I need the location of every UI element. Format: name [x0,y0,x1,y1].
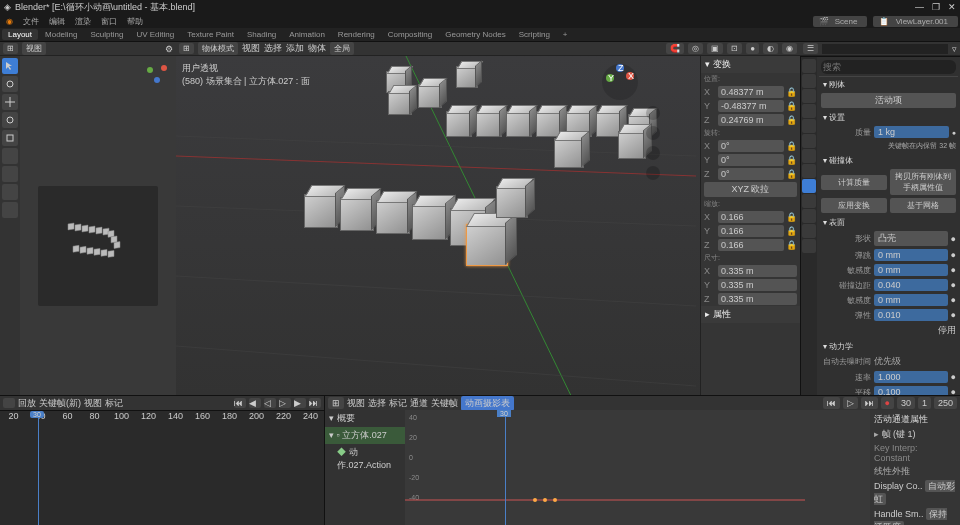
overlay-icon[interactable]: ◎ [688,43,703,54]
xray-icon[interactable]: ▣ [707,43,723,54]
g-select[interactable]: 选择 [368,397,386,410]
tab-rendering[interactable]: Rendering [332,29,381,40]
menu-help[interactable]: 帮助 [123,16,147,27]
menu-edit[interactable]: 编辑 [45,16,69,27]
ptab-material[interactable] [802,224,816,238]
ptab-scene[interactable] [802,104,816,118]
persp-icon[interactable] [646,166,660,180]
orientation[interactable]: 全局 [330,42,354,55]
mode-selector[interactable]: 物体模式 [198,42,238,55]
shade-render-icon[interactable]: ◉ [782,43,797,54]
next-key-icon[interactable]: ▶ [294,398,306,408]
graph-playhead[interactable]: 30 [505,410,506,525]
g-marker[interactable]: 标记 [389,397,407,410]
rb-type[interactable]: 活动项 [821,93,956,108]
mass-field[interactable]: 1 kg [874,126,949,138]
tool-move[interactable] [2,94,18,110]
channel-summary[interactable]: ▾ 概要 [325,410,405,427]
ptab-particles[interactable] [802,164,816,178]
view-menu-preview[interactable]: 视图 [22,42,46,55]
tl-view[interactable]: 视图 [84,397,102,410]
camera-icon[interactable] [646,146,660,160]
preview-opt-icon[interactable]: ⚙ [165,44,173,54]
play-rev-icon[interactable]: ◁ [264,398,276,408]
tool-annotate[interactable] [2,166,18,182]
loc-x[interactable]: 0.48377 m [718,86,784,98]
tool-transform[interactable] [2,148,18,164]
shade-solid-icon[interactable]: ● [746,43,759,54]
tab-compositing[interactable]: Compositing [382,29,438,40]
rot-y[interactable]: 0° [718,154,784,166]
timeline-editor-icon[interactable] [3,398,15,408]
play-icon[interactable]: ▷ [279,398,291,408]
rot-mode[interactable]: XYZ 欧拉 [704,182,797,197]
margin-field[interactable]: 0.040 [874,279,948,291]
tool-cursor[interactable] [2,76,18,92]
g-play[interactable]: ▷ [843,397,858,409]
ptab-output[interactable] [802,74,816,88]
rot-z[interactable]: 0° [718,168,784,180]
ptab-render[interactable] [802,59,816,73]
shade-wire-icon[interactable]: ⊡ [727,43,742,54]
scale-y[interactable]: 0.166 [718,225,784,237]
tl-keying[interactable]: 关键帧(新) [39,397,81,410]
ptab-data[interactable] [802,209,816,223]
menu-window[interactable]: 窗口 [97,16,121,27]
tab-modeling[interactable]: Modeling [39,29,83,40]
prev-key-icon[interactable]: ◀ [249,398,261,408]
attr-panel-header[interactable]: ▸ 属性 [701,306,800,323]
ptab-modifier[interactable] [802,149,816,163]
selected-cube[interactable] [466,224,508,266]
tab-uv[interactable]: UV Editing [130,29,180,40]
menu-select[interactable]: 选择 [264,42,282,55]
mesh-based-btn[interactable]: 基于网格 [890,198,956,213]
viewport-3d[interactable]: 用户透视 (580) 场景集合 | 立方体.027 : 面 [176,56,700,395]
tl-marker[interactable]: 标记 [105,397,123,410]
scale-z[interactable]: 0.166 [718,239,784,251]
pan-icon[interactable] [646,126,660,140]
channel-obj[interactable]: ▾ ▫ 立方体.027 [325,427,405,444]
menu-file[interactable]: 文件 [19,16,43,27]
graph-editor-icon[interactable]: ⊞ [328,397,344,409]
outliner-search[interactable] [822,44,948,54]
tool-scale[interactable] [2,130,18,146]
tab-sculpting[interactable]: Sculpting [85,29,130,40]
loc-z[interactable]: 0.24769 m [718,114,784,126]
rot-x[interactable]: 0° [718,140,784,152]
jump-start-icon[interactable]: ⏮ [234,398,246,408]
minimize-button[interactable]: — [915,2,924,12]
menu-add[interactable]: 添加 [286,42,304,55]
maximize-button[interactable]: ❐ [932,2,940,12]
ptab-texture[interactable] [802,239,816,253]
tab-texpaint[interactable]: Texture Paint [181,29,240,40]
copy-rb-btn[interactable]: 拷贝所有刚体到手柄属性值 [890,169,956,195]
g-jump-start[interactable]: ⏮ [823,397,840,409]
nav-gizmo[interactable]: X Y Z [600,62,640,102]
channel-action[interactable]: ◆ 动作.027.Action [325,444,405,474]
g-key[interactable]: 关键帧 [431,397,458,410]
tl-playback[interactable]: 回放 [18,397,36,410]
jump-end-icon[interactable]: ⏭ [309,398,321,408]
g-channel[interactable]: 通道 [410,397,428,410]
tool-measure[interactable] [2,184,18,200]
autokey-icon[interactable]: ● [881,397,894,409]
speed-field[interactable]: 1.000 [874,371,948,383]
g-mode[interactable]: 动画摄影表 [461,396,514,411]
tool-select[interactable] [2,58,18,74]
viewlayer-selector[interactable]: 📋 ViewLayer.001 [873,16,958,27]
outliner-type[interactable]: ☰ [803,43,818,54]
tab-layout[interactable]: Layout [2,29,38,40]
ptab-world[interactable] [802,119,816,133]
tab-animation[interactable]: Animation [283,29,331,40]
menu-view[interactable]: 视图 [242,42,260,55]
calc-mass-btn[interactable]: 计算质量 [821,175,887,190]
g-view[interactable]: 视图 [347,397,365,410]
tab-shading[interactable]: Shading [241,29,282,40]
zoom-icon[interactable] [646,106,660,120]
ptab-physics[interactable] [802,179,816,193]
menu-object[interactable]: 物体 [308,42,326,55]
playhead[interactable]: 30 [38,411,39,525]
ptab-object[interactable] [802,134,816,148]
shade-mat-icon[interactable]: ◐ [763,43,778,54]
apply-trans-btn[interactable]: 应用变换 [821,198,887,213]
